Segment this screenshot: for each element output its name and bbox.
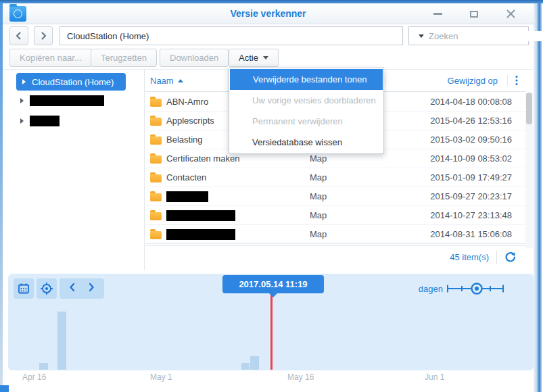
folder-icon — [150, 99, 162, 107]
step-forward-button[interactable] — [82, 283, 101, 295]
sidebar-item-label: CloudStation (Home) — [32, 77, 114, 87]
sort-ascending-icon — [178, 79, 183, 82]
redacted-label — [30, 116, 60, 126]
histogram-bar — [241, 363, 250, 370]
axis-tick-label: Jun 1 — [425, 372, 444, 382]
file-modified: 2014-04-18 00:08:08 — [394, 97, 525, 107]
filter-dropdown-caret-icon[interactable] — [419, 34, 424, 38]
table-footer: 45 item(s) — [145, 245, 525, 268]
file-modified: 2014-10-27 23:13:48 — [394, 210, 525, 220]
timeline-marker-tooltip[interactable]: 2017.05.14 11:19 — [222, 275, 324, 293]
chevron-left-icon — [68, 283, 76, 292]
redacted-file-name — [166, 229, 235, 240]
minimize-button[interactable] — [431, 8, 444, 20]
chevron-down-icon — [263, 56, 268, 59]
timeline-panel[interactable]: 2017.05.14 11:19 dagen — [8, 274, 534, 370]
close-icon — [506, 9, 515, 18]
redacted-label — [30, 95, 104, 106]
axis-tick-label: Apr 16 — [22, 372, 46, 382]
path-input[interactable] — [60, 26, 403, 45]
menu-item-show-deleted-files[interactable]: Verwijderde bestanden tonen — [230, 69, 383, 90]
histogram-bar — [250, 356, 259, 370]
file-type: Map — [310, 191, 394, 201]
folder-icon — [150, 155, 162, 164]
folder-icon — [150, 174, 162, 182]
version-explorer-window: Versie verkenner — [0, 0, 543, 392]
folder-icon — [150, 212, 162, 220]
sidebar-tree: CloudStation (Home) — [3, 70, 145, 270]
step-back-button[interactable] — [63, 283, 82, 295]
timeline-step-buttons — [60, 278, 104, 299]
table-row[interactable]: Map 2014-08-31 15:06:08 — [145, 225, 525, 244]
folder-icon — [150, 193, 162, 201]
toolbar: Kopiëren naar... Terugzetten Downloaden … — [3, 47, 534, 70]
histogram-bar — [57, 312, 66, 370]
window-frame-right — [534, 3, 542, 392]
target-crosshair-icon — [40, 282, 53, 295]
file-modified: 2015-04-26 12:53:16 — [394, 116, 525, 126]
folder-icon — [150, 118, 162, 126]
column-header-gewijzigd-op[interactable]: Gewijzigd op — [385, 76, 507, 86]
search-input[interactable] — [429, 31, 543, 41]
redacted-file-name — [166, 191, 208, 202]
file-type: Map — [310, 153, 394, 164]
back-button[interactable] — [9, 26, 28, 45]
refresh-button[interactable] — [504, 251, 516, 263]
restore-button[interactable]: Terugzetten — [91, 49, 157, 67]
action-button[interactable]: Actie — [229, 49, 279, 67]
file-modified: 2014-08-31 15:06:08 — [394, 229, 525, 239]
file-modified: 2015-01-09 17:49:27 — [394, 172, 525, 182]
expand-arrow-icon[interactable] — [20, 118, 24, 124]
file-name: Contacten — [166, 172, 206, 182]
file-name: ABN-Amro — [166, 97, 208, 107]
chevron-right-icon — [39, 31, 48, 41]
vertical-scrollbar[interactable] — [525, 93, 533, 248]
menu-item-permanently-delete[interactable]: Permanent verwijderen — [229, 111, 383, 132]
menu-item-browse-previous-versions[interactable]: Uw vorige versies doorbladeren — [229, 90, 383, 111]
folder-icon — [150, 231, 162, 239]
table-row[interactable]: Contacten Map 2015-01-09 17:49:27 — [145, 168, 525, 187]
chevron-right-icon — [87, 283, 95, 292]
copy-to-button[interactable]: Kopiëren naar... — [9, 49, 92, 67]
locate-current-version-button[interactable] — [37, 278, 57, 299]
expand-arrow-icon[interactable] — [20, 98, 24, 103]
file-modified: 2014-10-09 08:53:02 — [394, 153, 525, 164]
expand-arrow-icon[interactable] — [22, 79, 26, 84]
sidebar-item-redacted-1[interactable] — [20, 95, 104, 106]
action-dropdown-menu: Verwijderde bestanden tonen Uw vorige ve… — [229, 68, 384, 154]
item-count: 45 item(s) — [450, 252, 489, 262]
axis-tick-label: May 16 — [287, 372, 314, 382]
calendar-icon — [18, 283, 30, 295]
table-row[interactable]: Map 2014-10-27 23:13:48 — [145, 206, 525, 225]
scrollbar-thumb[interactable] — [526, 93, 532, 124]
folder-icon — [150, 137, 162, 145]
footer-divider — [496, 251, 497, 264]
sidebar-item-cloudstation-home[interactable]: CloudStation (Home) — [16, 73, 126, 91]
maximize-button[interactable] — [468, 8, 480, 20]
file-modified: 2015-09-27 20:23:17 — [394, 191, 525, 201]
table-row[interactable]: Map 2015-09-27 20:23:17 — [145, 187, 525, 206]
sidebar-item-redacted-2[interactable] — [20, 116, 60, 126]
menu-item-clear-version-database[interactable]: Versiedatabase wissen — [229, 132, 383, 153]
file-type: Map — [310, 229, 394, 239]
file-modified: 2015-03-02 09:50:16 — [394, 134, 525, 145]
navigation-bar — [3, 24, 534, 47]
refresh-icon — [504, 251, 516, 263]
zoom-slider-icon — [446, 281, 505, 296]
search-box[interactable] — [408, 26, 529, 45]
column-options-button[interactable] — [507, 75, 525, 86]
redacted-file-name — [166, 210, 235, 221]
vertical-dots-icon — [515, 75, 518, 86]
calendar-button[interactable] — [14, 278, 34, 299]
action-button-label: Actie — [239, 53, 258, 63]
zoom-slider[interactable] — [446, 281, 505, 299]
chevron-left-icon — [14, 31, 24, 41]
titlebar[interactable]: Versie verkenner — [3, 3, 534, 24]
column-header-label: Naam — [150, 76, 174, 86]
download-button[interactable]: Downloaden — [160, 49, 229, 67]
close-button[interactable] — [504, 8, 517, 20]
forward-button[interactable] — [34, 26, 53, 45]
timeline-marker-line — [270, 293, 273, 370]
file-name: Applescripts — [166, 116, 214, 126]
histogram-bar — [39, 363, 48, 370]
